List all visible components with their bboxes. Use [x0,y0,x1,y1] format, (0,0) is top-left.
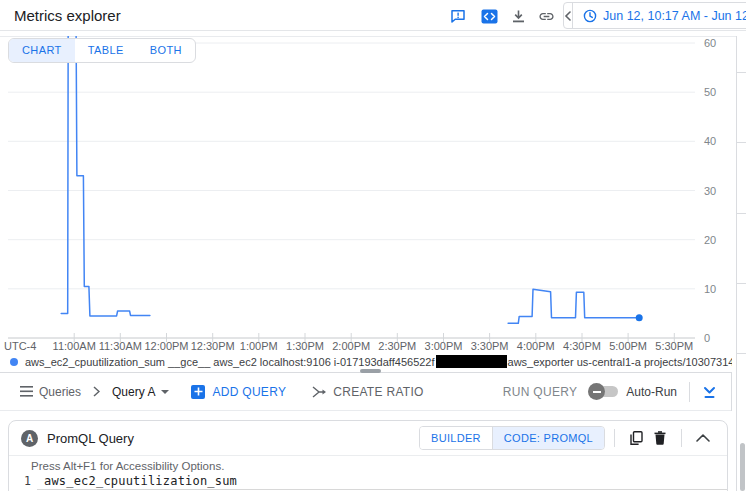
add-icon [191,385,205,399]
svg-text:3:30PM: 3:30PM [471,340,509,352]
copy-query-button[interactable] [627,429,645,447]
toolbar-divider [689,382,690,402]
svg-text:1:30PM: 1:30PM [286,340,324,352]
promql-code-editor[interactable]: Press Alt+F1 for Accessibility Options. … [9,456,727,491]
code-icon [481,9,498,24]
create-ratio-icon [312,386,327,398]
list-icon [20,386,33,397]
queries-label: Queries [39,385,81,399]
svg-text:11:30AM: 11:30AM [99,340,142,352]
auto-run-toggle[interactable] [591,386,618,397]
toolbar-bottom-border [0,410,731,411]
query-letter-badge: A [21,430,38,447]
svg-text:12:00PM: 12:00PM [144,340,188,352]
promql-query-card: A PromQL Query BUILDER CODE: PROMQL [8,420,728,491]
tab-chart[interactable]: CHART [9,39,75,62]
redaction-box [436,355,507,368]
svg-text:60: 60 [704,37,716,49]
time-range-label: Jun 12, 10:17 AM - Jun 12, 5:48 [603,9,746,23]
toggle-thumb [588,383,605,400]
queries-toolbar: Queries Query A ADD QUERY CREATE RATIO R… [0,373,731,410]
download-icon [511,9,526,24]
promql-card-header: A PromQL Query BUILDER CODE: PROMQL [9,421,727,456]
svg-text:5:00PM: 5:00PM [609,340,647,352]
query-selector-dropdown[interactable]: Query A [112,385,169,399]
run-query-label: RUN QUERY [503,385,578,399]
chevron-up-icon [696,434,710,442]
svg-text:2:30PM: 2:30PM [378,340,416,352]
svg-text:4:30PM: 4:30PM [563,340,601,352]
accessibility-hint: Press Alt+F1 for Accessibility Options. [9,460,727,474]
code-text-1: aws_ec2_cpuutilization_sum [44,474,237,488]
feedback-button[interactable] [448,6,468,26]
svg-text:40: 40 [704,135,716,147]
feedback-icon [450,8,466,24]
builder-mode-button[interactable]: BUILDER [420,427,492,449]
promql-panel-title: PromQL Query [47,431,134,446]
toolbar-right-border [731,372,732,411]
auto-run-label: Auto-Run [626,385,677,399]
timeseries-chart[interactable]: 0102030405060UTC-411:00AM11:30AM12:00PM1… [0,36,731,356]
background-row-divider [737,283,746,284]
query-mode-switch: BUILDER CODE: PROMQL [419,426,605,450]
svg-text:10: 10 [704,283,716,295]
app-header: Metrics explorer [0,0,746,31]
background-row-divider [737,142,746,143]
background-panel-edge [736,36,737,491]
svg-text:0: 0 [704,332,710,344]
chart-view-tabs: CHART TABLE BOTH [8,38,196,63]
trash-icon [654,431,666,445]
time-range-control: Jun 12, 10:17 AM - Jun 12, 5:48 [563,2,746,29]
share-link-button[interactable] [536,6,556,26]
chart-canvas: 0102030405060UTC-411:00AM11:30AM12:00PM1… [0,36,731,356]
collapse-down-icon [702,385,717,399]
code-promql-mode-button[interactable]: CODE: PROMQL [492,427,604,449]
svg-text:50: 50 [704,86,716,98]
background-row-divider [737,213,746,214]
delete-query-button[interactable] [651,429,669,447]
tab-both[interactable]: BOTH [137,39,195,62]
svg-text:UTC-4: UTC-4 [4,340,36,352]
svg-text:3:00PM: 3:00PM [425,340,463,352]
code-editor-toggle-button[interactable] [479,6,499,26]
tab-table[interactable]: TABLE [75,39,137,62]
add-query-button[interactable]: ADD QUERY [191,385,286,399]
header-divider [614,429,615,447]
clock-icon [583,9,597,23]
time-range-button[interactable]: Jun 12, 10:17 AM - Jun 12, 5:48 [573,9,746,23]
svg-text:2:00PM: 2:00PM [332,340,370,352]
queries-menu-button[interactable]: Queries [20,385,81,399]
breadcrumb-chevron-icon [93,386,100,397]
chart-legend: aws_ec2_cpuutilization_sum __gce__ aws_e… [10,354,732,369]
svg-text:30: 30 [704,185,716,197]
create-ratio-button[interactable]: CREATE RATIO [312,385,424,399]
metrics-explorer-window: Metrics explorer [0,0,746,491]
header-divider-2 [681,429,682,447]
collapse-panel-button[interactable] [702,385,717,399]
svg-text:12:30PM: 12:30PM [191,340,235,352]
line-number-1: 1 [17,474,31,488]
create-ratio-label: CREATE RATIO [333,385,424,399]
legend-text-after: aws_exporter us-central1-a projects/1030… [508,356,732,368]
download-button[interactable] [508,6,528,26]
legend-text-before: aws_ec2_cpuutilization_sum __gce__ aws_e… [25,356,435,368]
run-query-button[interactable]: RUN QUERY [503,385,578,399]
copy-icon [630,431,643,445]
background-row-divider [737,72,746,73]
svg-text:11:00AM: 11:00AM [53,340,96,352]
collapse-card-button[interactable] [694,429,712,447]
page-title: Metrics explorer [14,7,121,24]
svg-text:20: 20 [704,234,716,246]
caret-down-icon [161,390,169,394]
link-icon [538,8,555,25]
query-name: Query A [112,385,155,399]
chevron-left-icon [564,11,572,21]
background-row-divider [737,353,746,354]
time-range-back-button[interactable] [564,3,573,28]
svg-text:4:00PM: 4:00PM [517,340,555,352]
legend-series-dot [10,358,18,366]
svg-text:5:30PM: 5:30PM [655,340,693,352]
page-scrollbar-thumb[interactable] [740,443,745,491]
add-query-label: ADD QUERY [212,385,286,399]
svg-text:1:00PM: 1:00PM [240,340,278,352]
